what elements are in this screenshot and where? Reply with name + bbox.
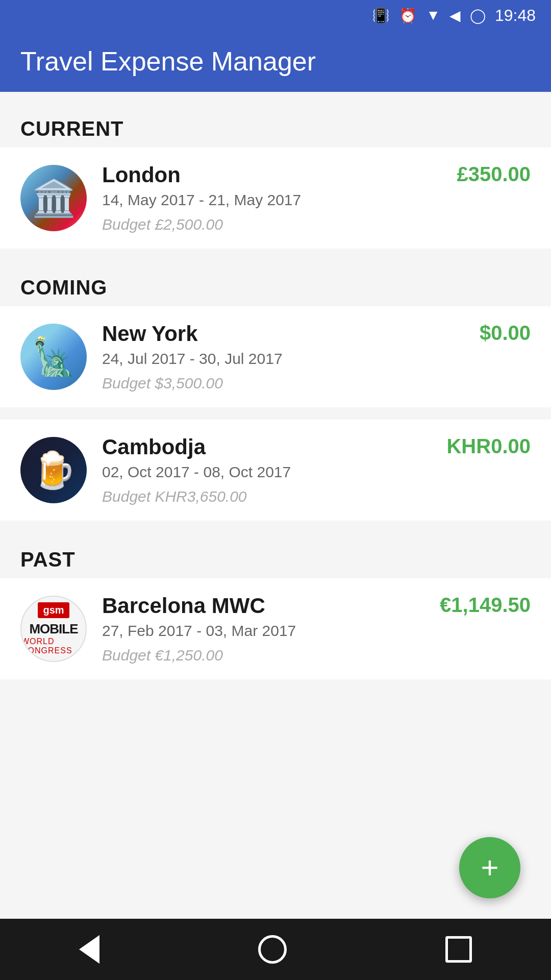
barcelona-logo: gsm MOBILE WORLD CONGRESS — [21, 597, 86, 661]
trip-amount-newyork: $0.00 — [480, 322, 531, 345]
battery-icon: ◯ — [470, 7, 486, 24]
home-icon — [258, 935, 287, 964]
trip-dates-london: 14, May 2017 - 21, May 2017 — [102, 191, 531, 209]
trip-budget-newyork: Budget $3,500.00 — [102, 375, 531, 392]
barcelona-mobile-text: MOBILE — [29, 621, 78, 637]
status-icons: 📳 ⏰ ▼ ◀ ◯ 19:48 — [372, 6, 536, 25]
trip-item-london[interactable]: London 14, May 2017 - 21, May 2017 Budge… — [0, 148, 551, 249]
section-past-label: PAST — [0, 538, 551, 576]
trip-item-barcelona[interactable]: gsm MOBILE WORLD CONGRESS Barcelona MWC … — [0, 578, 551, 679]
divider-newyork-cambodja — [0, 409, 551, 418]
vibrate-icon: 📳 — [372, 7, 390, 24]
main-content: CURRENT London 14, May 2017 - 21, May 20… — [0, 92, 551, 697]
trip-image-london — [20, 165, 87, 231]
trip-item-cambodja[interactable]: Cambodja 02, Oct 2017 - 08, Oct 2017 Bud… — [0, 420, 551, 521]
barcelona-world-text: WORLD CONGRESS — [21, 637, 86, 655]
trip-budget-cambodja: Budget KHR3,650.00 — [102, 488, 531, 505]
trip-amount-cambodja: KHR0.00 — [446, 435, 531, 458]
barcelona-gsma-badge: gsm — [38, 602, 69, 618]
status-bar: 📳 ⏰ ▼ ◀ ◯ 19:48 — [0, 0, 551, 31]
trip-info-newyork: New York 24, Jul 2017 - 30, Jul 2017 Bud… — [102, 322, 531, 392]
section-current-label: CURRENT — [0, 107, 551, 145]
section-coming-label: COMING — [0, 266, 551, 304]
trip-budget-barcelona: Budget €1,250.00 — [102, 647, 531, 664]
trip-dates-cambodja: 02, Oct 2017 - 08, Oct 2017 — [102, 463, 531, 481]
trip-budget-london: Budget £2,500.00 — [102, 216, 531, 233]
divider-after-coming — [0, 523, 551, 538]
recents-icon — [445, 936, 472, 963]
add-trip-button[interactable]: + — [459, 837, 520, 898]
trip-name-newyork: New York — [102, 322, 531, 346]
trip-image-newyork — [20, 324, 87, 390]
trip-dates-barcelona: 27, Feb 2017 - 03, Mar 2017 — [102, 622, 531, 640]
trip-image-cambodja — [20, 437, 87, 503]
trip-dates-newyork: 24, Jul 2017 - 30, Jul 2017 — [102, 350, 531, 368]
app-bar: Travel Expense Manager — [0, 31, 551, 92]
status-time: 19:48 — [495, 6, 536, 25]
trip-image-barcelona: gsm MOBILE WORLD CONGRESS — [20, 596, 87, 662]
app-title: Travel Expense Manager — [20, 46, 316, 77]
back-button[interactable] — [79, 935, 99, 964]
plus-icon: + — [481, 852, 498, 883]
recents-button[interactable] — [445, 936, 472, 963]
trip-item-newyork[interactable]: New York 24, Jul 2017 - 30, Jul 2017 Bud… — [0, 306, 551, 407]
back-icon — [79, 935, 99, 964]
navigation-bar — [0, 919, 551, 980]
trip-amount-barcelona: €1,149.50 — [440, 594, 531, 617]
signal-icon: ◀ — [449, 7, 461, 24]
home-button[interactable] — [258, 935, 287, 964]
divider-after-current — [0, 251, 551, 266]
wifi-icon: ▼ — [426, 7, 440, 23]
trip-amount-london: £350.00 — [457, 163, 531, 186]
alarm-icon: ⏰ — [399, 7, 417, 24]
